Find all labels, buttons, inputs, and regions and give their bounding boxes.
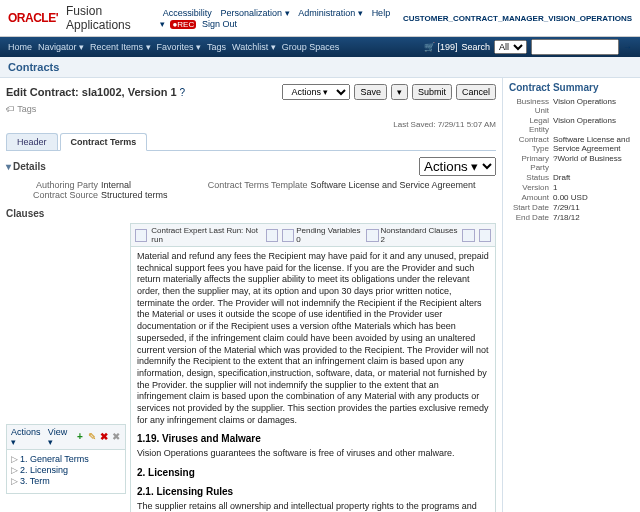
template-label: Contract Terms Template bbox=[188, 180, 308, 190]
authoring-party-label: Authoring Party bbox=[20, 180, 98, 190]
nonstd-clauses: Nonstandard Clauses 2 bbox=[381, 226, 459, 244]
add-icon[interactable]: + bbox=[75, 432, 84, 442]
delete-icon[interactable]: ✖ bbox=[100, 432, 109, 442]
tree-item-general[interactable]: ▷1. General Terms bbox=[11, 454, 121, 464]
summary-value: 7/29/11 bbox=[553, 203, 634, 212]
last-saved: Last Saved: 7/29/11 5:07 AM bbox=[6, 120, 496, 129]
authoring-party-value: Internal bbox=[101, 180, 131, 190]
rec-badge: ●REC bbox=[170, 20, 196, 29]
details-heading: Details bbox=[13, 161, 46, 172]
document-body: Material and refund any fees the Recipie… bbox=[131, 247, 495, 512]
breadcrumb: Contracts bbox=[0, 57, 640, 78]
link-accessibility[interactable]: Accessibility bbox=[163, 8, 212, 18]
pending-icon[interactable] bbox=[282, 229, 294, 242]
template-value: Software License and Service Agreement bbox=[311, 180, 476, 190]
tree-item-licensing[interactable]: ▷2. Licensing bbox=[11, 465, 121, 475]
toolbar-help-icon[interactable] bbox=[479, 229, 491, 242]
search-go[interactable]: → bbox=[623, 42, 632, 52]
nav-watchlist[interactable]: Watchlist ▾ bbox=[232, 42, 276, 52]
summary-value: ?World of Business bbox=[553, 154, 634, 172]
summary-title: Contract Summary bbox=[509, 82, 634, 93]
save-menu[interactable]: ▾ bbox=[391, 84, 408, 100]
pending-vars: Pending Variables 0 bbox=[296, 226, 362, 244]
search-label: Search bbox=[461, 42, 490, 52]
nav-tags[interactable]: Tags bbox=[207, 42, 226, 52]
tab-contract-terms[interactable]: Contract Terms bbox=[60, 133, 148, 151]
intro-text: Material and refund any fees the Recipie… bbox=[137, 251, 489, 426]
nav-groupspaces[interactable]: Group Spaces bbox=[282, 42, 340, 52]
app-name: Fusion Applications bbox=[66, 4, 144, 32]
edit-icon[interactable]: ✎ bbox=[88, 432, 97, 442]
summary-label: Business Unit bbox=[509, 97, 549, 115]
link-personalization[interactable]: Personalization ▾ bbox=[220, 8, 289, 18]
details-actions[interactable]: Actions ▾ bbox=[419, 157, 496, 176]
search-scope[interactable]: All bbox=[494, 40, 527, 54]
tags-link[interactable]: 🏷 Tags bbox=[6, 104, 496, 114]
oracle-logo: ORACLE' bbox=[8, 11, 58, 25]
contract-source-value: Structured terms bbox=[101, 190, 168, 200]
summary-label: Legal Entity bbox=[509, 116, 549, 134]
summary-value: Vision Operations bbox=[553, 116, 634, 134]
summary-label: Primary Party bbox=[509, 154, 549, 172]
tab-header[interactable]: Header bbox=[6, 133, 58, 150]
nav-recent[interactable]: Recent Items ▾ bbox=[90, 42, 151, 52]
summary-value: 0.00 USD bbox=[553, 193, 634, 202]
cart-badge[interactable]: 🛒 [199] bbox=[424, 42, 458, 52]
summary-value: Software License and Service Agreement bbox=[553, 135, 634, 153]
summary-label: Amount bbox=[509, 193, 549, 202]
search-input[interactable] bbox=[531, 39, 619, 55]
clauses-actions[interactable]: Actions ▾ bbox=[11, 427, 45, 447]
toolbar-icon[interactable] bbox=[135, 229, 147, 242]
toolbar-icon-a[interactable] bbox=[462, 229, 474, 242]
collapse-icon[interactable]: ▾ bbox=[6, 161, 11, 172]
clear-icon[interactable]: ✖ bbox=[112, 432, 121, 442]
submit-button[interactable]: Submit bbox=[412, 84, 452, 100]
summary-label: Start Date bbox=[509, 203, 549, 212]
summary-value: 7/18/12 bbox=[553, 213, 634, 222]
tree-item-term[interactable]: ▷3. Term bbox=[11, 476, 121, 486]
summary-value: 1 bbox=[553, 183, 634, 192]
link-administration[interactable]: Administration ▾ bbox=[298, 8, 363, 18]
clauses-view[interactable]: View ▾ bbox=[48, 427, 73, 447]
help-icon[interactable]: ? bbox=[180, 87, 186, 98]
save-button[interactable]: Save bbox=[354, 84, 387, 100]
summary-label: End Date bbox=[509, 213, 549, 222]
p-21: The supplier retains all ownership and i… bbox=[137, 501, 489, 512]
page-title: Edit Contract: sla1002, Version 1 bbox=[6, 86, 177, 98]
expert-run-icon[interactable] bbox=[266, 229, 278, 242]
p-119: Vision Operations guarantees the softwar… bbox=[137, 448, 489, 460]
nav-favorites[interactable]: Favorites ▾ bbox=[157, 42, 202, 52]
nav-navigator[interactable]: Navigator ▾ bbox=[38, 42, 84, 52]
cancel-button[interactable]: Cancel bbox=[456, 84, 496, 100]
current-user: CUSTOMER_CONTRACT_MANAGER_VISION_OPERATI… bbox=[403, 14, 632, 23]
summary-label: Contract Type bbox=[509, 135, 549, 153]
link-signout[interactable]: Sign Out bbox=[202, 19, 237, 29]
h-119: 1.19. Viruses and Malware bbox=[137, 432, 489, 445]
clauses-heading: Clauses bbox=[6, 208, 496, 219]
expert-status: Contract Expert Last Run: Not run bbox=[151, 226, 263, 244]
h-2: 2. Licensing bbox=[137, 466, 489, 479]
summary-value: Draft bbox=[553, 173, 634, 182]
actions-menu[interactable]: Actions ▾ bbox=[282, 84, 350, 100]
summary-value: Vision Operations bbox=[553, 97, 634, 115]
nav-home[interactable]: Home bbox=[8, 42, 32, 52]
summary-label: Version bbox=[509, 183, 549, 192]
nonstd-icon[interactable] bbox=[366, 229, 378, 242]
h-21: 2.1. Licensing Rules bbox=[137, 485, 489, 498]
summary-label: Status bbox=[509, 173, 549, 182]
contract-source-label: Contract Source bbox=[20, 190, 98, 200]
